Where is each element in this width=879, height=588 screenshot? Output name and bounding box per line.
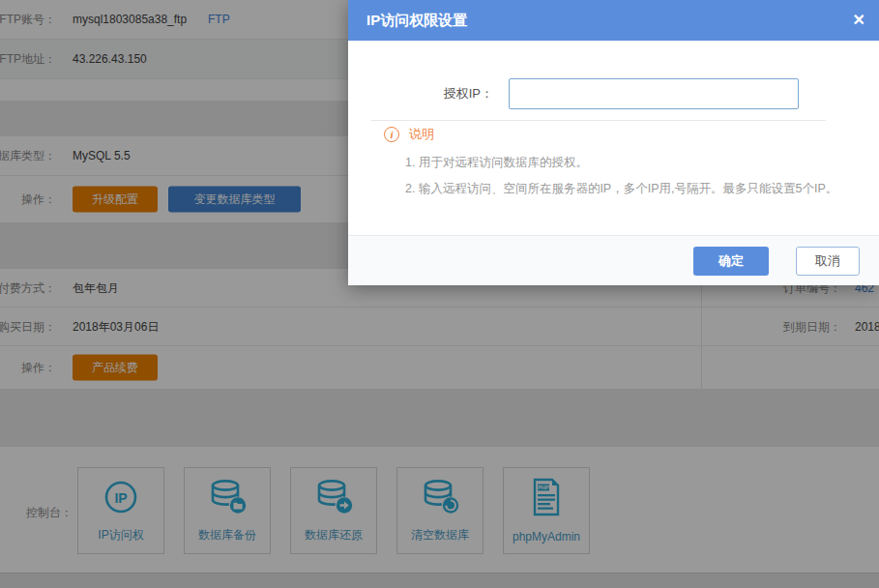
dialog-footer: 确定 取消 <box>348 235 879 285</box>
authorized-ip-input[interactable] <box>509 78 799 109</box>
divider <box>371 120 826 121</box>
page: 数据库FTP账号： mysql1803085a38_ftp FTP 数据库FTP… <box>0 0 879 588</box>
cancel-button[interactable]: 取消 <box>796 247 860 276</box>
dialog-header: IP访问权限设置 ✕ <box>348 0 879 41</box>
dialog-body: 授权IP： i 说明 1. 用于对远程访问数据库的授权。 2. 输入远程访问、空… <box>348 41 879 235</box>
note-item: 2. 输入远程访问、空间所在服务器的IP，多个IP用,号隔开。最多只能设置5个I… <box>405 176 837 202</box>
note-item: 1. 用于对远程访问数据库的授权。 <box>405 150 837 176</box>
info-icon: i <box>384 127 399 142</box>
note-title: 说明 <box>409 126 434 143</box>
note-header: i 说明 <box>384 126 434 143</box>
close-icon[interactable]: ✕ <box>853 0 865 41</box>
authorized-ip-label: 授权IP： <box>444 85 493 103</box>
note-list: 1. 用于对远程访问数据库的授权。 2. 输入远程访问、空间所在服务器的IP，多… <box>405 150 837 202</box>
ip-access-dialog: IP访问权限设置 ✕ 授权IP： i 说明 1. 用于对远程访问数据库的授权。 … <box>348 0 879 285</box>
dialog-title: IP访问权限设置 <box>366 12 467 28</box>
confirm-button[interactable]: 确定 <box>693 247 769 276</box>
